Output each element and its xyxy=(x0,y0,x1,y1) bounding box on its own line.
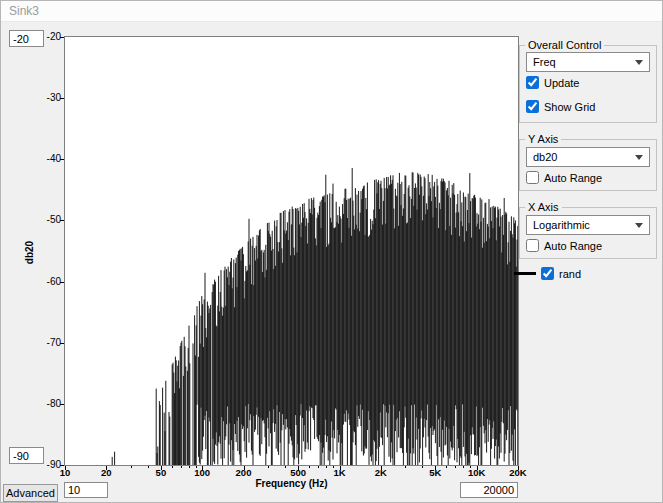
y-tick-label: -30 xyxy=(31,92,61,103)
x-tick-label: 2K xyxy=(375,467,387,478)
x-tick-label: 5K xyxy=(429,467,441,478)
x-min-input[interactable] xyxy=(64,482,108,498)
x-minor-tick xyxy=(381,466,382,468)
chevron-down-icon xyxy=(635,223,643,228)
x-minor-tick xyxy=(405,466,406,468)
x-tick-label: 20 xyxy=(101,467,112,478)
x-tick-label: 20K xyxy=(509,467,526,478)
overall-control-dropdown[interactable]: Freq xyxy=(526,52,650,72)
show-grid-label: Show Grid xyxy=(544,101,595,113)
x-auto-range-row: Auto Range xyxy=(526,239,602,252)
x-tick-label: 100 xyxy=(194,467,210,478)
x-axis-dropdown[interactable]: Logarithmic xyxy=(526,215,650,235)
x-minor-tick xyxy=(518,466,519,468)
x-minor-tick xyxy=(181,466,182,468)
x-tick-label: 10 xyxy=(60,467,71,478)
x-tick-label: 10K xyxy=(468,467,485,478)
y-tick-label: -20 xyxy=(31,31,61,42)
rand-series-label: rand xyxy=(559,268,581,280)
x-axis-group-title: X Axis xyxy=(525,201,562,213)
chevron-down-icon xyxy=(635,60,643,65)
y-auto-range-row: Auto Range xyxy=(526,171,602,184)
x-minor-tick xyxy=(189,466,190,468)
series-line-swatch xyxy=(514,272,536,275)
legend-row-rand: rand xyxy=(514,267,581,280)
update-checkbox-row: Update xyxy=(526,76,579,89)
x-minor-tick xyxy=(470,466,471,468)
x-minor-tick xyxy=(333,466,334,468)
y-axis-dropdown-value: db20 xyxy=(533,151,557,163)
x-minor-tick xyxy=(172,466,173,468)
y-tick-label: -50 xyxy=(31,214,61,225)
y-axis-group-title: Y Axis xyxy=(525,133,561,145)
y-tick-label: -80 xyxy=(31,398,61,409)
x-auto-range-label: Auto Range xyxy=(544,240,602,252)
spectrum-series-rand xyxy=(112,168,518,465)
show-grid-checkbox-row: Show Grid xyxy=(526,100,595,113)
x-minor-tick xyxy=(106,466,107,468)
window-title: Sink3 xyxy=(9,4,39,18)
rand-series-checkbox[interactable] xyxy=(541,267,554,280)
x-minor-tick xyxy=(148,466,149,468)
x-minor-tick xyxy=(285,466,286,468)
x-minor-tick xyxy=(298,466,299,468)
update-checkbox[interactable] xyxy=(526,76,539,89)
titlebar[interactable]: Sink3 xyxy=(1,1,662,22)
x-minor-tick xyxy=(435,466,436,468)
x-minor-tick xyxy=(309,466,310,468)
x-minor-tick xyxy=(268,466,269,468)
overall-control-title: Overall Control xyxy=(525,39,604,51)
chevron-down-icon xyxy=(635,155,643,160)
x-axis-label: Frequency (Hz) xyxy=(65,478,518,489)
y-axis-dropdown[interactable]: db20 xyxy=(526,147,650,167)
x-minor-tick xyxy=(318,466,319,468)
y-tick-label: -40 xyxy=(31,153,61,164)
x-minor-tick xyxy=(463,466,464,468)
sink-window: Sink3 db20 Frequency (Hz) Advanced Overa… xyxy=(0,0,663,503)
x-minor-tick xyxy=(422,466,423,468)
x-minor-tick xyxy=(446,466,447,468)
y-auto-range-label: Auto Range xyxy=(544,172,602,184)
x-minor-tick xyxy=(326,466,327,468)
y-tick-label: -90 xyxy=(31,459,61,470)
x-minor-tick xyxy=(131,466,132,468)
x-minor-tick xyxy=(161,466,162,468)
plot-area[interactable] xyxy=(64,36,519,466)
x-max-input[interactable] xyxy=(460,482,518,498)
y-tick-label: -60 xyxy=(31,276,61,287)
y-axis-label: db20 xyxy=(24,233,35,273)
x-minor-tick xyxy=(196,466,197,468)
x-minor-tick xyxy=(455,466,456,468)
x-auto-range-checkbox[interactable] xyxy=(526,239,539,252)
show-grid-checkbox[interactable] xyxy=(526,100,539,113)
x-tick-label: 500 xyxy=(290,467,306,478)
overall-control-dropdown-value: Freq xyxy=(533,56,556,68)
x-tick-label: 1K xyxy=(333,467,345,478)
x-axis-dropdown-value: Logarithmic xyxy=(533,219,590,231)
y-auto-range-checkbox[interactable] xyxy=(526,171,539,184)
update-label: Update xyxy=(544,77,579,89)
y-tick-label: -70 xyxy=(31,337,61,348)
x-minor-tick xyxy=(244,466,245,468)
x-tick-label: 50 xyxy=(156,467,167,478)
x-tick-label: 200 xyxy=(236,467,252,478)
advanced-button[interactable]: Advanced xyxy=(3,484,58,502)
spectrum-plot xyxy=(65,37,518,465)
